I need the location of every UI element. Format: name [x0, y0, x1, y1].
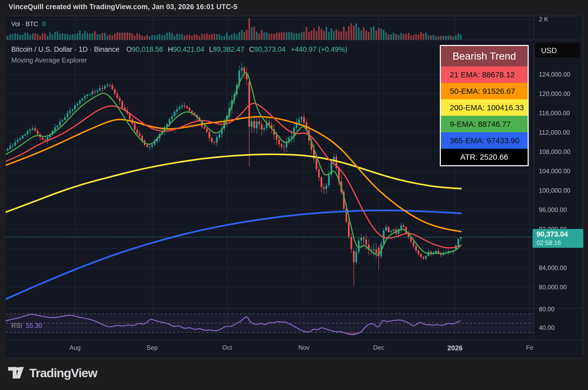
low-label: L	[209, 45, 213, 53]
indicator-legend-ma-explorer[interactable]: Moving Average Explorer	[11, 56, 87, 64]
rsi-label: RSI	[11, 322, 22, 329]
price-axis-label: 96,000.00	[539, 206, 567, 214]
time-axis-label: Fe	[526, 344, 533, 351]
time-axis-label: Oct	[222, 344, 232, 351]
time-axis-label: Nov	[298, 344, 310, 351]
rsi-axis-label: 40.00	[539, 324, 555, 331]
volume-legend-label: Vol · BTC	[11, 20, 38, 27]
volume-scale-label: 2 K	[539, 16, 548, 23]
low-value: 89,382.47	[213, 45, 244, 53]
volume-legend-value: 0	[42, 20, 46, 27]
price-axis-label: 100,000.00	[539, 187, 570, 194]
trend-rows: 21 EMA: 88678.1250-EMA: 91526.67200-EMA:…	[441, 66, 528, 149]
price-axis-label: 104,000.00	[539, 168, 570, 175]
price-axis-label: 116,000.00	[539, 110, 570, 117]
last-price-tag: 90,373.04 02:58:16	[533, 229, 583, 248]
currency-button[interactable]: USD	[535, 43, 580, 58]
rsi-value: 55.30	[26, 322, 42, 329]
price-axis-label: 108,000.00	[539, 148, 570, 156]
price-axis-label: 112,000.00	[539, 129, 570, 136]
trend-row: 9-EMA: 88746.77	[441, 116, 528, 132]
tradingview-wordmark: TradingView	[29, 366, 97, 380]
trend-row: 365-EMA: 97433.90	[441, 132, 528, 149]
trend-row: 200-EMA: 100416.33	[441, 99, 528, 116]
tradingview-logo[interactable]: TradingView	[8, 365, 97, 381]
atr-row: ATR: 2520.66	[441, 149, 528, 165]
price-axis-label: 124,000.00	[539, 71, 570, 78]
price-axis-label: 80,000.00	[539, 284, 567, 291]
close-value: 90,373.04	[254, 45, 286, 53]
high-label: H	[168, 45, 173, 53]
high-value: 90,421.04	[173, 45, 204, 53]
price-axis-label: 84,000.00	[539, 264, 567, 272]
time-axis-label: Dec	[373, 344, 384, 351]
time-axis-label: Sep	[147, 344, 158, 351]
trend-row: 50-EMA: 91526.67	[441, 83, 528, 99]
rsi-axis-label: 80.00	[539, 306, 555, 313]
last-price-value: 90,373.04	[537, 230, 583, 239]
tradingview-snapshot: VinceQuill created with TradingView.com,…	[0, 0, 588, 390]
trend-row: 21 EMA: 88678.12	[441, 66, 528, 83]
open-value: 90,018.56	[132, 45, 163, 53]
open-label: O	[126, 45, 132, 53]
volume-legend[interactable]: Vol · BTC0	[11, 20, 46, 28]
watermark-header: VinceQuill created with TradingView.com,…	[9, 3, 237, 11]
bar-countdown: 02:58:16	[537, 239, 583, 246]
rsi-legend[interactable]: RSI55.30	[11, 322, 42, 329]
time-axis-label: Aug	[70, 344, 81, 351]
price-axis-label: 120,000.00	[539, 90, 570, 98]
trend-status-panel: Bearish Trend 21 EMA: 88678.1250-EMA: 91…	[440, 45, 529, 166]
time-axis-label: 2026	[447, 344, 463, 352]
tradingview-glyph-icon	[8, 365, 25, 381]
trend-status-title: Bearish Trend	[441, 46, 528, 66]
symbol-legend[interactable]: Bitcoin / U.S. Dollar · 1D · BinanceO90,…	[11, 45, 347, 54]
change-value: +440.97 (+0.49%)	[291, 45, 347, 53]
symbol-title: Bitcoin / U.S. Dollar · 1D · Binance	[11, 45, 119, 53]
close-label: C	[249, 45, 254, 53]
